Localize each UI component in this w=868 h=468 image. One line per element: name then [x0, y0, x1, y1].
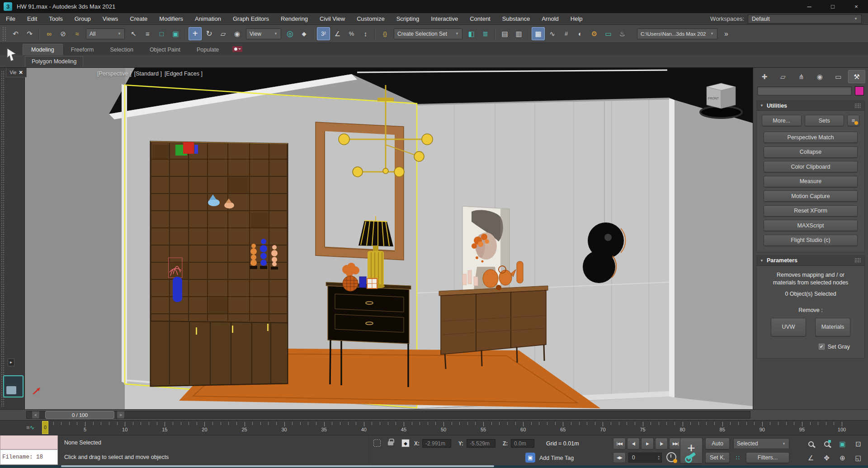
redo-button[interactable]: ↷: [23, 27, 36, 40]
next-frame-button[interactable]: |▶: [655, 438, 668, 449]
polygon-modeling-panel[interactable]: Polygon Modeling: [25, 56, 83, 66]
spinner-snap-toggle-button[interactable]: ↕: [359, 27, 372, 40]
viewport-renderer-label[interactable]: [Standard ]: [134, 71, 162, 77]
undo-button[interactable]: ↶: [9, 27, 22, 40]
schematic-view-button[interactable]: #: [560, 27, 573, 40]
x-coord-field[interactable]: -2.991m: [422, 439, 451, 448]
gutter-expand-arrow-button[interactable]: ►: [8, 359, 14, 366]
previous-frame-arrow-button[interactable]: <: [32, 411, 40, 419]
toggle-scene-explorer-button[interactable]: ▤: [498, 27, 511, 40]
align-button[interactable]: ≣: [479, 27, 492, 40]
isolate-selection-toggle-icon[interactable]: [373, 440, 381, 447]
reset-xform-button[interactable]: Reset XForm: [764, 205, 858, 217]
curve-editor-button[interactable]: ∿: [546, 27, 559, 40]
angle-snap-toggle-button[interactable]: ∠: [331, 27, 344, 40]
collapse-button[interactable]: Collapse: [764, 147, 858, 158]
ribbon-panel-flyout-icon[interactable]: [232, 46, 242, 52]
ribbon-tab-object-paint[interactable]: Object Paint: [142, 44, 189, 55]
bind-to-space-warp-button[interactable]: ≈: [71, 27, 84, 40]
object-color-swatch[interactable]: [855, 86, 864, 95]
use-pivot-point-center-button[interactable]: ◎: [283, 27, 297, 40]
menu-customize[interactable]: Customize: [351, 15, 390, 22]
select-and-link-button[interactable]: ∞: [42, 27, 56, 40]
menu-civil-view[interactable]: Civil View: [314, 15, 351, 22]
menu-tools[interactable]: Tools: [43, 15, 68, 22]
render-production-button[interactable]: ♨: [616, 27, 629, 40]
zoom-all-button[interactable]: [820, 438, 834, 450]
go-to-start-button[interactable]: |◀◀: [613, 438, 626, 449]
close-icon[interactable]: ✕: [19, 70, 23, 76]
y-coord-field[interactable]: -5.529m: [467, 439, 495, 448]
object-name-field[interactable]: [757, 86, 852, 95]
menu-animation[interactable]: Animation: [189, 15, 227, 22]
set-keys-button[interactable]: +: [680, 438, 703, 463]
mirror-button[interactable]: ◧: [465, 27, 478, 40]
absolute-mode-transform-icon[interactable]: ◆: [401, 439, 410, 447]
mini-curve-editor-icon[interactable]: ≡∿: [26, 424, 35, 431]
toggle-ribbon-button[interactable]: ▦: [532, 27, 545, 40]
select-by-name-button[interactable]: ≡: [141, 27, 154, 40]
select-and-manipulate-button[interactable]: ◆: [297, 27, 311, 40]
select-and-scale-button[interactable]: ▱: [217, 27, 230, 40]
menu-modifiers[interactable]: Modifiers: [153, 15, 189, 22]
time-slider-track[interactable]: [26, 411, 750, 419]
maxscript-listener-output[interactable]: Filename: 18: [0, 449, 58, 465]
sets-button[interactable]: Sets: [805, 115, 844, 126]
project-folder-dropdown[interactable]: C:\Users\Nan...3ds Max 202▼: [637, 28, 717, 39]
menu-graph-editors[interactable]: Graph Editors: [227, 15, 275, 22]
maxscript-editor-button[interactable]: {}: [378, 27, 392, 40]
menu-interactive[interactable]: Interactive: [425, 15, 464, 22]
select-and-rotate-button[interactable]: ↻: [203, 27, 216, 40]
create-tab[interactable]: ✚: [756, 70, 773, 83]
pan-view-button[interactable]: ✥: [820, 452, 834, 464]
material-editor-button[interactable]: ◐: [574, 27, 587, 40]
timeline-playhead[interactable]: 0: [42, 421, 48, 434]
viewport-shading-label[interactable]: [Edged Faces ]: [165, 71, 203, 77]
maximize-viewport-toggle-button[interactable]: ◱: [851, 452, 865, 464]
unlink-selection-button[interactable]: ⊘: [57, 27, 70, 40]
selection-lock-icon[interactable]: [388, 441, 393, 445]
toggle-layer-explorer-button[interactable]: ▥: [512, 27, 525, 40]
viewport-pov-label[interactable]: [Perspective ]: [97, 71, 132, 77]
snaps-toggle-button[interactable]: 3²: [317, 27, 330, 40]
remove-materials-button[interactable]: Materials: [815, 318, 850, 336]
time-tag-cube-icon[interactable]: ▣: [525, 453, 535, 463]
zoom-region-button[interactable]: ⊡: [851, 438, 865, 450]
menu-substance[interactable]: Substance: [496, 15, 536, 22]
perspective-match-button[interactable]: Perspective Match: [764, 132, 858, 143]
add-time-tag-label[interactable]: Add Time Tag: [539, 455, 574, 461]
menu-help[interactable]: Help: [565, 15, 589, 22]
viewport-layout-preset-button[interactable]: [3, 375, 24, 397]
menu-group[interactable]: Group: [69, 15, 97, 22]
flight-studio-c-button[interactable]: Flight Studio (c): [764, 235, 858, 246]
menu-content[interactable]: Content: [464, 15, 496, 22]
field-of-view-button[interactable]: ∠: [804, 452, 818, 464]
set-key-button[interactable]: Set K.: [705, 452, 730, 463]
reference-coordinate-system-dropdown[interactable]: View▼: [246, 28, 281, 39]
configure-button-sets-icon[interactable]: ≡: [847, 115, 859, 126]
named-selection-sets-dropdown[interactable]: Create Selection Set▼: [394, 28, 462, 39]
perspective-viewport[interactable]: FRONT [Perspective ] [Standard ] [Edged …: [25, 68, 753, 409]
menu-edit[interactable]: Edit: [21, 15, 43, 22]
utilities-tab[interactable]: ⚒: [848, 70, 865, 83]
utilities-rollout-header[interactable]: ▼ Utilities: [757, 101, 864, 111]
viewport-scene[interactable]: FRONT: [25, 68, 753, 409]
ribbon-tab-freeform[interactable]: Freeform: [63, 44, 102, 55]
key-mode-toggle-button[interactable]: ◀▶: [613, 452, 626, 463]
close-button[interactable]: ×: [844, 0, 868, 13]
motion-capture-button[interactable]: Motion Capture: [764, 190, 858, 202]
select-and-place-button[interactable]: ◉: [231, 27, 244, 40]
key-filter-scope-dropdown[interactable]: Selected ▼: [733, 438, 789, 449]
ribbon-tab-selection[interactable]: Selection: [102, 44, 141, 55]
rectangular-selection-region-button[interactable]: □: [155, 27, 168, 40]
menu-scripting[interactable]: Scripting: [391, 15, 425, 22]
play-button[interactable]: ▶: [641, 438, 654, 449]
menu-arnold[interactable]: Arnold: [536, 15, 565, 22]
time-slider-handle[interactable]: 0 / 100: [45, 411, 114, 419]
previous-frame-button[interactable]: ◀|: [627, 438, 640, 449]
more-button[interactable]: More...: [762, 115, 802, 126]
filters-button[interactable]: Filters...: [746, 452, 789, 463]
remove-uvw-button[interactable]: UVW: [771, 318, 806, 336]
bookshelf[interactable]: [151, 142, 288, 386]
selection-filter-dropdown[interactable]: All▼: [86, 28, 125, 39]
